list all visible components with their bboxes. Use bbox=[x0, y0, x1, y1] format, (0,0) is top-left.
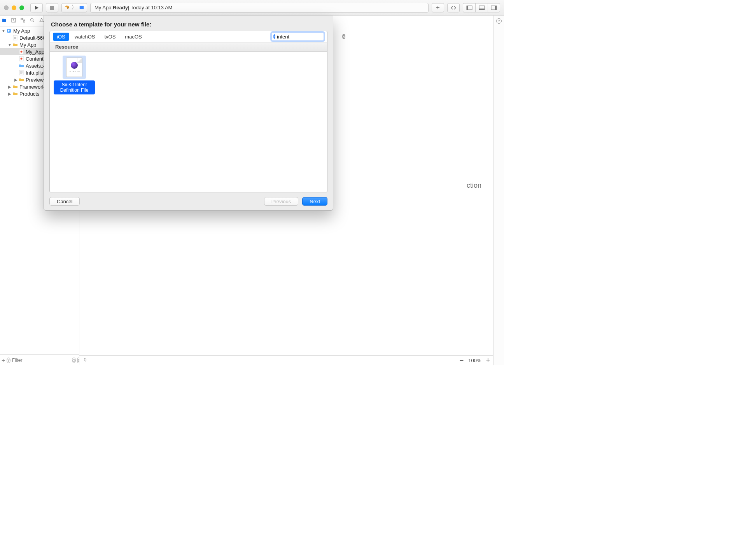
svg-rect-1 bbox=[80, 6, 84, 9]
svg-rect-3 bbox=[467, 6, 468, 10]
svg-rect-10 bbox=[23, 21, 25, 22]
clear-search-icon[interactable]: ✕ bbox=[342, 34, 345, 39]
template-item[interactable]: INTENTSSiriKit Intent Definition File bbox=[54, 56, 95, 94]
main-toolbar: 〉 My App: Ready | Today at 10:13 AM + bbox=[0, 0, 504, 16]
filter-scope-icon[interactable] bbox=[7, 358, 10, 363]
toggle-navigator-button[interactable] bbox=[463, 3, 475, 12]
template-search-field[interactable]: ≡ ✕ bbox=[271, 32, 324, 41]
new-file-sheet: Choose a template for your new file: iOS… bbox=[44, 16, 333, 211]
minimize-window-icon[interactable] bbox=[12, 5, 16, 10]
toggle-inspector-button[interactable] bbox=[488, 3, 500, 12]
sheet-footer: Cancel Previous Next bbox=[49, 192, 327, 206]
platform-tab-tvos[interactable]: tvOS bbox=[100, 33, 119, 41]
symbol-nav-tab[interactable] bbox=[20, 17, 26, 24]
search-filter-token-icon: ≡ bbox=[273, 34, 275, 39]
platform-tab-watchos[interactable]: watchOS bbox=[71, 33, 99, 41]
svg-point-16 bbox=[21, 51, 23, 53]
template-list: Resource INTENTSSiriKit Intent Definitio… bbox=[49, 42, 327, 192]
svg-text:?: ? bbox=[498, 19, 500, 23]
status-state: Ready bbox=[113, 5, 128, 10]
add-button[interactable]: + bbox=[432, 3, 444, 12]
template-thumb: INTENTS bbox=[63, 56, 86, 79]
scheme-selector[interactable]: 〉 bbox=[61, 3, 87, 12]
platform-tab-bar: iOSwatchOStvOSmacOS ≡ ✕ bbox=[49, 31, 327, 42]
svg-rect-0 bbox=[50, 6, 54, 10]
code-review-button[interactable] bbox=[447, 3, 460, 12]
status-prefix: My App: bbox=[94, 5, 113, 10]
source-control-tab[interactable] bbox=[11, 17, 16, 24]
zoom-in-button[interactable]: + bbox=[486, 356, 490, 365]
template-section-header: Resource bbox=[50, 42, 327, 52]
toggle-debug-button[interactable] bbox=[475, 3, 488, 12]
svg-rect-9 bbox=[21, 18, 23, 20]
navigator-filter-input[interactable] bbox=[12, 358, 70, 363]
tree-item-label: Frameworks bbox=[19, 84, 47, 90]
bottom-bar: − 100% + bbox=[79, 355, 493, 365]
cancel-button[interactable]: Cancel bbox=[49, 197, 80, 206]
help-icon[interactable]: ? bbox=[496, 18, 502, 365]
activity-status: My App: Ready | Today at 10:13 AM bbox=[90, 3, 429, 13]
navigator-filter-bar: + bbox=[0, 354, 79, 365]
close-window-icon[interactable] bbox=[4, 5, 9, 10]
siri-icon bbox=[71, 62, 78, 69]
platform-tab-macos[interactable]: macOS bbox=[121, 33, 145, 41]
zoom-window-icon[interactable] bbox=[19, 5, 24, 10]
platform-tab-ios[interactable]: iOS bbox=[53, 33, 69, 41]
svg-rect-14 bbox=[14, 37, 16, 39]
project-nav-tab[interactable] bbox=[2, 17, 7, 24]
svg-point-18 bbox=[21, 58, 23, 60]
svg-rect-7 bbox=[495, 6, 497, 10]
tree-item-label: Info.plist bbox=[26, 70, 44, 76]
window-controls bbox=[4, 5, 24, 10]
tree-item-label: My App bbox=[13, 28, 30, 34]
recent-filter-icon[interactable] bbox=[72, 358, 76, 363]
next-button[interactable]: Next bbox=[302, 197, 327, 206]
svg-rect-5 bbox=[479, 9, 485, 10]
zoom-out-button[interactable]: − bbox=[460, 356, 464, 365]
inspector-panel: ? bbox=[493, 16, 504, 365]
tree-item-label: Default-568 bbox=[19, 35, 46, 41]
zoom-level: 100% bbox=[468, 358, 481, 363]
status-suffix: | Today at 10:13 AM bbox=[128, 5, 172, 10]
add-file-icon[interactable]: + bbox=[2, 357, 5, 363]
svg-point-11 bbox=[31, 18, 33, 21]
stop-button[interactable] bbox=[46, 3, 58, 12]
previous-button[interactable]: Previous bbox=[264, 197, 299, 206]
tree-item-label: My App bbox=[19, 42, 36, 48]
sheet-title: Choose a template for your new file: bbox=[49, 21, 327, 28]
find-nav-tab[interactable] bbox=[30, 17, 35, 24]
svg-rect-19 bbox=[19, 70, 23, 75]
template-search-input[interactable] bbox=[277, 34, 342, 40]
pin-icon[interactable] bbox=[82, 357, 88, 364]
template-label: SiriKit Intent Definition File bbox=[54, 80, 95, 94]
tree-item-label: Products bbox=[19, 91, 39, 97]
panel-toggle-group bbox=[463, 3, 500, 12]
run-button[interactable] bbox=[30, 3, 43, 12]
